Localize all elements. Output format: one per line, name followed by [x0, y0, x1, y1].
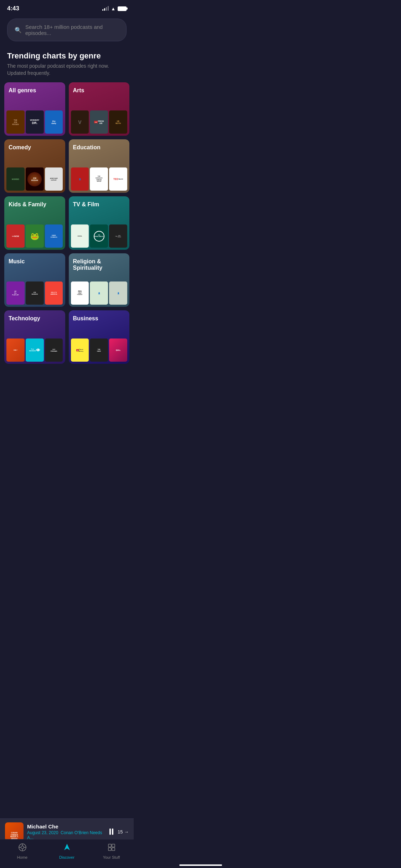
genre-card-arts[interactable]: Arts V npr FRESHAIR HEMOTH: [69, 82, 130, 136]
cover-art: YourNDIVIDED 👁: [26, 339, 44, 362]
search-container: 🔍 Search 18+ million podcasts and episod…: [0, 14, 134, 48]
cover-art: HEMOTH: [109, 110, 127, 134]
cover-art: THECANDACEOWENSSHOW: [90, 167, 108, 191]
cover-art: MY90sPLAYLIST: [6, 281, 25, 305]
genre-label: Arts: [73, 87, 125, 94]
cover-art: 👤: [71, 167, 89, 191]
cover-art: npr WOW: [6, 224, 25, 248]
genre-label: Business: [73, 315, 125, 322]
cover-art: HANKCOWDOG: [45, 224, 63, 248]
section-subtitle: The most popular podcast episodes right …: [7, 63, 127, 77]
genre-card-music[interactable]: Music MY90sPLAYLIST JOEBUDDEN KELLY'SAME…: [4, 253, 65, 307]
genre-covers: MORBID JOEROGAN ARMCHAIREXPERT: [6, 167, 63, 191]
genre-grid: All genres THEJOEROGEN WONDERYDR. thedai…: [0, 82, 134, 368]
genre-card-education[interactable]: Education 👤 THECANDACEOWENSSHOW TED TALK…: [69, 139, 130, 193]
cover-art: THEDAVE: [90, 339, 108, 362]
genre-covers: MY90sPLAYLIST JOEBUDDEN KELLY'SAMERICA: [6, 281, 63, 305]
wifi-icon: ▲: [111, 6, 115, 11]
genre-label: Kids & Family: [9, 201, 61, 208]
cover-art: JOEROGAN: [26, 167, 44, 191]
section-header: Trending charts by genre The most popula…: [0, 48, 134, 82]
cover-art: npr PlanetMoney: [71, 339, 89, 362]
cover-art: 🐸: [26, 224, 44, 248]
cover-art: npr popculture: [109, 224, 127, 248]
cover-art: MORBID: [6, 167, 25, 191]
genre-covers: THEJOEROGEN WONDERYDR. thedaily: [6, 110, 63, 134]
genre-label: Comedy: [9, 144, 61, 151]
genre-label: All genres: [9, 87, 61, 94]
genre-card-religion-spirituality[interactable]: Religion & Spirituality WHOATHAT'SGOODPO…: [69, 253, 130, 307]
genre-label: Music: [9, 258, 61, 265]
cover-art: thedaily: [45, 110, 63, 134]
cover-art: WONDERYDR.: [26, 110, 44, 134]
cover-art: WHOATHAT'SGOODPODCAST: [71, 281, 89, 305]
genre-card-all-genres[interactable]: All genres THEJOEROGEN WONDERYDR. thedai…: [4, 82, 65, 136]
cover-art: JOEBUDDEN: [26, 281, 44, 305]
cover-art: ARMCHAIREXPERT: [45, 167, 63, 191]
genre-covers: 👤 THECANDACEOWENSSHOW TED TALKS: [71, 167, 128, 191]
cover-art: npr FRESHAIR: [90, 110, 108, 134]
genre-label: TV & Film: [73, 201, 125, 208]
search-icon: 🔍: [15, 27, 22, 33]
genre-card-kids-family[interactable]: Kids & Family npr WOW 🐸 HANKCOWDOG: [4, 196, 65, 250]
status-bar: 4:43 ▲: [0, 0, 134, 14]
cover-art: V: [71, 110, 89, 134]
status-icons: ▲: [102, 6, 127, 11]
search-bar[interactable]: 🔍 Search 18+ million podcasts and episod…: [7, 19, 127, 41]
cover-art: 👤: [90, 281, 108, 305]
search-placeholder: Search 18+ million podcasts and episodes…: [25, 24, 119, 36]
cover-art: THEJOEROGEN: [6, 110, 25, 134]
cover-art: TED TALKS: [109, 167, 127, 191]
genre-card-comedy[interactable]: Comedy MORBID JOEROGAN ARMCHAIREXPERT: [4, 139, 65, 193]
genre-card-business[interactable]: Business npr PlanetMoney THEDAVE BFFs: [69, 310, 130, 364]
battery-icon: [118, 6, 127, 11]
genre-label: Education: [73, 144, 125, 151]
cover-art: KELLY'SAMERICA: [45, 281, 63, 305]
cover-art: GIGGL: [71, 224, 89, 248]
genre-covers: npr PlanetMoney THEDAVE BFFs: [71, 339, 128, 362]
genre-covers: npr WOW 🐸 HANKCOWDOG: [6, 224, 63, 248]
genre-covers: WHOATHAT'SGOODPODCAST 👤 👤: [71, 281, 128, 305]
genre-label: Technology: [9, 315, 61, 322]
cover-art: SMLT: [6, 339, 25, 362]
signal-icon: [102, 6, 109, 11]
genre-covers: V npr FRESHAIR HEMOTH: [71, 110, 128, 134]
genre-label: Religion & Spirituality: [73, 258, 125, 271]
status-time: 4:43: [7, 5, 19, 12]
cover-art: 👤: [109, 281, 127, 305]
genre-card-tv-film[interactable]: TV & Film GIGGL THEREWATCHABLES npr popc…: [69, 196, 130, 250]
cover-art: BFFs: [109, 339, 127, 362]
section-title: Trending charts by genre: [7, 51, 127, 61]
genre-card-technology[interactable]: Technology SMLT YourNDIVIDED 👁 LEXFRIDMA…: [4, 310, 65, 364]
genre-covers: GIGGL THEREWATCHABLES npr popculture: [71, 224, 128, 248]
cover-art: THEREWATCHABLES: [90, 224, 108, 248]
cover-art: LEXFRIDMAN: [45, 339, 63, 362]
genre-covers: SMLT YourNDIVIDED 👁 LEXFRIDMAN: [6, 339, 63, 362]
